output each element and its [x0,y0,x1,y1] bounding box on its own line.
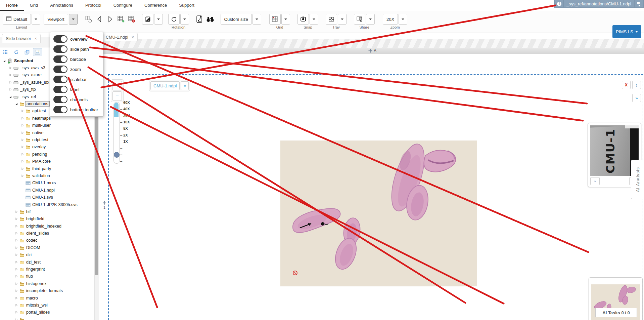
refresh-grid-icon[interactable] [84,14,94,25]
tree-item-portal-slides[interactable]: portal_slides [0,309,94,316]
collapsed-arrow-icon[interactable] [14,288,19,293]
collapsed-arrow-icon[interactable] [20,109,25,113]
tree-item-incomplete-formats[interactable]: incomplete_formats [0,287,94,294]
ai-tasks-badge[interactable]: AI Tasks 0 / 0 [595,308,637,317]
collapsed-arrow-icon[interactable] [8,73,13,77]
tree-item-fluo[interactable]: fluo [0,273,94,280]
tree-item-bif[interactable]: bif [0,208,94,215]
rotation-dropdown-caret[interactable] [180,14,189,25]
collapsed-arrow-icon[interactable] [14,209,19,214]
collapsed-arrow-icon[interactable] [14,216,19,221]
tree-item-validation[interactable]: validation [0,172,94,179]
tray-button[interactable] [326,14,337,25]
tree-item-client-slides[interactable]: client_slides [0,230,94,237]
tree-item-dzi[interactable]: dzi [0,251,94,258]
collapsed-arrow-icon[interactable] [8,87,13,92]
tree-item-third-party[interactable]: third-party [0,165,94,172]
menu-tab-conference[interactable]: Conference [138,0,173,10]
pims-ls-button[interactable]: PIMS LS [612,25,641,38]
tree-item-blank[interactable] [0,316,94,320]
tree-item-multi-user[interactable]: multi-user [0,122,94,129]
tree-item-dzi-test[interactable]: dzi_test [0,258,94,266]
viewport-toggle-overview[interactable]: overview [50,34,103,44]
close-icon[interactable]: × [35,36,37,41]
zoom-slider[interactable] [113,102,120,164]
custom-size-dropdown-caret[interactable] [252,14,261,25]
toggle-switch-on[interactable] [53,86,67,93]
collapsed-arrow-icon[interactable] [20,123,25,128]
tree-item-ndpi-test[interactable]: ndpi-test [0,136,94,143]
remove-grid-icon[interactable] [127,14,137,25]
collapsed-arrow-icon[interactable] [14,231,19,236]
resize-pane-button[interactable]: ↕ [632,81,641,89]
collapsed-arrow-icon[interactable] [14,245,19,250]
toggle-switch-on[interactable] [53,45,67,53]
share-slide-icon[interactable] [635,0,643,7]
tree-item-brightfield[interactable]: brightfield [0,215,94,223]
tree-item-cmu-1-svs[interactable]: CMU-1.svs [0,194,94,201]
snap-dropdown-caret[interactable] [310,14,318,25]
slide-settings-icon[interactable] [194,14,204,25]
share-button[interactable] [354,14,365,25]
tab-cmu-1-ndpi[interactable]: CMU-1.ndpi × [102,33,138,41]
grid-button[interactable] [269,14,281,25]
next-slide-icon[interactable] [105,14,115,25]
share-dropdown-caret[interactable] [366,14,375,25]
viewport-toggle-slide-path[interactable]: slide path [50,44,103,54]
custom-size-button[interactable]: Custom size [221,14,252,25]
expanded-arrow-icon[interactable] [14,102,19,106]
binoculars-icon[interactable] [205,14,215,25]
layout-dropdown-caret[interactable] [32,14,40,25]
snap-button[interactable] [297,14,309,25]
menu-tab-annotations[interactable]: Annotations [44,0,79,10]
tray-dropdown-caret[interactable] [338,14,347,25]
collapsed-arrow-icon[interactable] [14,238,19,243]
menu-tab-home[interactable]: Home [0,0,24,11]
collapsed-arrow-icon[interactable] [14,317,19,320]
tree-item-histogenex[interactable]: histogenex [0,280,94,287]
viewport-toggle-channels[interactable]: channels [50,94,103,105]
close-slide-button[interactable]: X [622,81,631,89]
pane-a-header[interactable]: A [101,48,644,54]
zoom-slider-handle[interactable] [114,152,120,158]
brightness-contrast-button[interactable] [142,14,153,25]
viewport-toggle-bottom-toolbar[interactable]: bottom toolbar [50,105,103,115]
viewport-toggle-scalebar[interactable]: scalebar [50,74,103,84]
tree-item-overlay[interactable]: overlay [0,144,94,151]
label-expand-button[interactable]: » [590,177,600,185]
contrast-dropdown-caret[interactable] [154,14,163,25]
collapsed-arrow-icon[interactable] [14,296,19,301]
image-view-icon[interactable] [33,48,42,56]
thumbnail-grid-icon[interactable] [1,48,10,56]
toggle-switch-on[interactable] [53,96,67,103]
menu-tab-support[interactable]: Support [173,0,200,10]
menu-tab-protocol[interactable]: Protocol [79,0,107,10]
collapsed-arrow-icon[interactable] [14,267,19,272]
tree-item-macro[interactable]: macro [0,294,94,302]
pane-1-handle[interactable]: 1 [102,201,107,209]
slide-label-button[interactable]: CMU-1.ndpi [150,81,180,90]
tree-item-dicom[interactable]: DICOM [0,244,94,251]
collapsed-arrow-icon[interactable] [14,281,19,286]
layout-default-button[interactable]: Default [3,14,31,25]
collapse-label-button[interactable]: « [181,81,189,90]
viewport-toggle-label[interactable]: label [50,84,103,94]
expanded-arrow-icon[interactable] [2,58,7,63]
expand-right-button[interactable]: » [632,94,641,102]
tree-item-pma-core[interactable]: PMA.core [0,158,94,165]
tab-close-icon[interactable]: × [132,35,134,40]
collapsed-arrow-icon[interactable] [20,173,25,178]
zoom-in-button[interactable]: + [112,81,122,90]
tree-item-codec[interactable]: codec [0,237,94,244]
collapsed-arrow-icon[interactable] [14,310,19,315]
collapsed-arrow-icon[interactable] [20,130,25,135]
rotate-button[interactable] [168,14,180,25]
toggle-switch-on[interactable] [53,55,67,63]
sidebar-scrollbar-thumb[interactable] [95,117,98,275]
menu-tab-grid[interactable]: Grid [24,0,44,10]
grid-dropdown-caret[interactable] [281,14,290,25]
add-grid-icon[interactable] [116,14,126,25]
tree-item-cmu-1-ndpi[interactable]: CMU-1.ndpi [0,187,94,194]
zoom-value-button[interactable]: 20X [383,14,398,25]
toggle-switch-on[interactable] [53,66,67,73]
